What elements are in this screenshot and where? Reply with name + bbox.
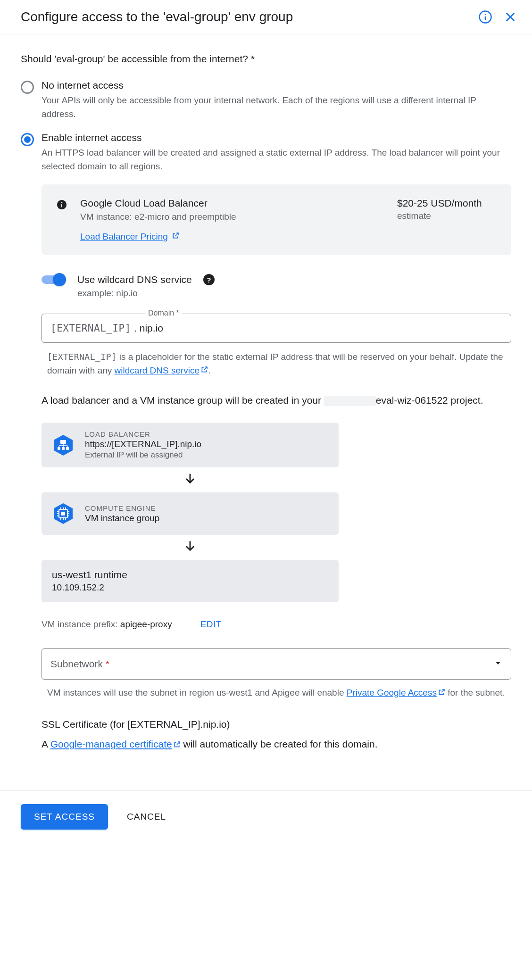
set-access-button[interactable]: SET ACCESS (21, 804, 108, 830)
svg-point-2 (485, 14, 486, 15)
ssl-text: A Google-managed certificate will automa… (42, 737, 511, 752)
info-filled-icon (57, 199, 67, 242)
svg-point-7 (61, 202, 62, 203)
external-link-icon (200, 364, 208, 378)
subnet-helper: VM instances will use the subnet in regi… (42, 686, 511, 700)
compute-engine-icon (52, 502, 75, 525)
cancel-button[interactable]: CANCEL (127, 812, 166, 822)
help-icon[interactable]: ? (203, 274, 215, 285)
radio-enable-internet[interactable] (21, 133, 34, 146)
subnetwork-dropdown[interactable]: Subnetwork * (42, 648, 511, 680)
vm-prefix-label: VM instance prefix: (42, 619, 120, 629)
domain-prefix: [EXTERNAL_IP] (50, 323, 131, 334)
lb-title: Google Cloud Load Balancer (80, 198, 384, 209)
load-balancer-icon (52, 434, 75, 457)
svg-rect-6 (61, 204, 62, 207)
arch-compute-engine-box: COMPUTE ENGINE VM instance group (42, 492, 339, 535)
lb-subtitle: VM instance: e2-micro and preemptible (80, 212, 384, 222)
wildcard-dns-label: Use wildcard DNS service (77, 274, 192, 285)
vm-prefix-value: apigee-proxy (120, 619, 172, 629)
svg-rect-20 (61, 512, 65, 515)
access-question: Should 'eval-group' be accessible from t… (21, 53, 511, 65)
domain-field-label: Domain * (145, 309, 182, 317)
arch-load-balancer-box: LOAD BALANCER https://[EXTERNAL_IP].nip.… (42, 423, 339, 467)
svg-rect-9 (60, 440, 66, 444)
load-balancer-callout: Google Cloud Load Balancer VM instance: … (42, 184, 511, 255)
wildcard-example: example: nip.io (77, 288, 511, 299)
wildcard-dns-toggle[interactable] (42, 275, 66, 284)
project-info-text: A load balancer and a VM instance group … (42, 393, 511, 408)
private-google-access-link[interactable]: Private Google Access (347, 688, 445, 698)
svg-rect-12 (66, 447, 69, 450)
svg-rect-11 (62, 447, 65, 450)
chevron-down-icon (494, 659, 502, 669)
arrow-down-icon (42, 535, 339, 560)
close-icon[interactable] (504, 10, 517, 24)
domain-input-container[interactable]: [EXTERNAL_IP]. (42, 314, 511, 343)
edit-button[interactable]: EDIT (200, 619, 222, 630)
radio-no-internet-label: No internet access (42, 80, 511, 91)
lb-estimate: estimate (397, 211, 496, 221)
external-link-icon (173, 738, 181, 753)
lb-pricing-link[interactable]: Load Balancer Pricing (80, 232, 179, 242)
external-link-icon (172, 232, 179, 242)
external-link-icon (438, 687, 445, 700)
domain-input[interactable] (140, 323, 502, 334)
ssl-section-title: SSL Certificate (for [EXTERNAL_IP].nip.i… (42, 719, 511, 730)
radio-no-internet[interactable] (21, 81, 34, 94)
info-icon[interactable] (478, 10, 492, 24)
domain-helper: [EXTERNAL_IP] is a placeholder for the s… (42, 350, 511, 378)
svg-rect-10 (58, 447, 60, 450)
radio-enable-internet-label: Enable internet access (42, 132, 511, 143)
radio-enable-internet-desc: An HTTPS load balancer will be created a… (42, 146, 511, 173)
svg-marker-34 (496, 662, 500, 664)
page-title: Configure access to the 'eval-group' env… (21, 9, 293, 25)
lb-price: $20-25 USD/month (397, 198, 496, 209)
wildcard-dns-link[interactable]: wildcard DNS service (115, 365, 208, 375)
google-managed-cert-link[interactable]: Google-managed certificate (50, 739, 181, 749)
arch-runtime-box: us-west1 runtime 10.109.152.2 (42, 560, 339, 602)
radio-no-internet-desc: Your APIs will only be accessible from y… (42, 94, 511, 121)
redacted-area (324, 396, 376, 406)
arrow-down-icon (42, 467, 339, 492)
